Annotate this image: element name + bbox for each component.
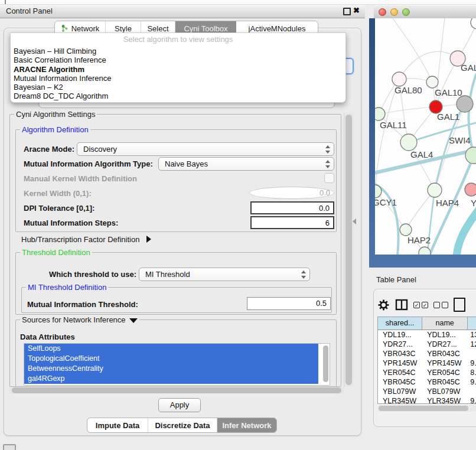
cell: YLR345W	[422, 396, 468, 404]
node-label: GAL10	[435, 87, 462, 97]
manual-kernel-checkbox[interactable]	[324, 173, 334, 183]
cell: 8.	[468, 368, 476, 377]
expand-arrow-icon[interactable]	[146, 236, 151, 243]
dropdown-item[interactable]: Basic Correlation Inference	[14, 56, 343, 64]
kernel-width-value: 0.0	[319, 188, 330, 197]
column-header-shared-name[interactable]: shared...	[378, 317, 422, 330]
list-item[interactable]: TopologicalCoefficient	[24, 354, 318, 364]
gear-icon[interactable]	[377, 299, 390, 311]
dropdown-item[interactable]: Bayesian – Hill Climbing	[14, 47, 343, 56]
zoom-traffic-light-icon[interactable]	[402, 8, 410, 16]
table-row[interactable]: YER054C YER054C 8.	[378, 368, 476, 377]
close-icon[interactable]: ✖	[353, 6, 360, 15]
minimized-panel-icon[interactable]	[3, 444, 16, 450]
minimize-traffic-light-icon[interactable]	[390, 8, 398, 16]
dropdown-item[interactable]: Dream8 DC_TDC Algorithm	[14, 92, 343, 100]
node-salmon[interactable]	[465, 183, 476, 196]
list-item[interactable]: SelfLoops	[24, 344, 318, 354]
node-gal80[interactable]	[392, 72, 406, 86]
tab-discretize-data[interactable]: Discretize Data	[148, 418, 217, 432]
collapse-arrow-icon[interactable]	[129, 318, 138, 323]
split-panel-icon[interactable]	[395, 299, 408, 311]
manual-kernel-label: Manual Kernel Width Definition	[24, 174, 137, 183]
hub-definition-label: Hub/Transcription Factor Definition	[21, 235, 139, 244]
close-traffic-light-icon[interactable]	[379, 8, 386, 16]
unchecked-box-icon	[442, 302, 448, 308]
cell: YBR045C	[378, 377, 422, 387]
list-item[interactable]: gal4RGexp	[24, 374, 318, 384]
mi-threshold-value: 0.5	[316, 299, 327, 308]
hide-columns-icon[interactable]	[433, 302, 448, 308]
table-row[interactable]: YPR145W YPR145W 9.	[378, 358, 476, 368]
which-threshold-combo[interactable]: MI Threshold	[139, 268, 310, 281]
column-header-cut[interactable]	[468, 317, 476, 330]
show-columns-icon[interactable]: ✓ ✓	[413, 302, 428, 308]
sources-title-text: Sources for Network Inference	[22, 315, 126, 324]
kernel-width-input[interactable]: 0.0	[249, 187, 334, 199]
dropdown-item[interactable]: Mutual Information Inference	[14, 74, 343, 83]
table-row[interactable]: YLR345W YLR345W 9.	[378, 396, 476, 404]
tab-style-label: Style	[115, 24, 132, 33]
table-row[interactable]: YBL079W YBL079W	[378, 387, 476, 396]
table-header-row: shared... name	[378, 317, 476, 330]
node-attribute-table[interactable]: shared... name YDL19... YDL19... 13 YDR2…	[377, 317, 476, 404]
node-gal10[interactable]	[426, 76, 438, 88]
cell: YDR27...	[378, 340, 422, 349]
network-view-canvas[interactable]: GAL GAL80 GAL10 GAL1 GAL11 SWI4 GAL4 GCY…	[375, 18, 476, 255]
sources-title: Sources for Network Inference	[20, 315, 139, 324]
node-label: GAL1	[437, 112, 459, 122]
bottom-tabbar: Impute Data Discretize Data Infer Networ…	[87, 418, 277, 433]
document-icon[interactable]	[454, 298, 465, 312]
dropdown-item[interactable]: Bayesian – K2	[14, 83, 343, 92]
table-row[interactable]: YDR27... YDR27... 12	[378, 340, 476, 349]
algorithm-dropdown-popup: Select algorithm to view settings Bayesi…	[10, 32, 346, 103]
dpi-tolerance-label: DPI Tolerance [0,1]:	[24, 204, 94, 213]
tab-impute-data[interactable]: Impute Data	[87, 418, 148, 432]
mi-type-value: Naive Bayes	[165, 159, 208, 168]
tab-infer-network[interactable]: Infer Network	[217, 418, 276, 432]
mi-type-combo[interactable]: Naive Bayes	[158, 157, 334, 171]
mi-steps-input[interactable]: 6	[250, 216, 334, 229]
aracne-mode-combo[interactable]: Discovery	[77, 142, 334, 156]
cell: YER054C	[378, 368, 422, 377]
cell: YLR345W	[378, 396, 422, 404]
cell: 9.	[468, 396, 476, 404]
cell: YBL079W	[422, 387, 468, 396]
table-row[interactable]: YDL19... YDL19... 13	[378, 330, 476, 340]
node-gal4[interactable]	[400, 134, 417, 151]
float-window-icon[interactable]	[343, 8, 351, 15]
table-horizontal-scrollbar-thumb[interactable]	[379, 406, 468, 411]
dropdown-item-selected[interactable]: ARACNE Algorithm	[14, 65, 343, 74]
mi-threshold-input[interactable]: 0.5	[247, 297, 331, 310]
settings-horizontal-scrollbar-thumb[interactable]	[12, 387, 341, 393]
node-label: HAP2	[407, 235, 431, 245]
cell: 13	[468, 330, 476, 340]
list-scrollbar-thumb[interactable]	[323, 345, 328, 382]
table-row[interactable]: YBR043C YBR043C	[378, 349, 476, 358]
node-gal11[interactable]	[375, 107, 385, 120]
node-label: GAL11	[380, 120, 407, 130]
node-hap2[interactable]	[400, 224, 412, 236]
node-swi4[interactable]	[465, 147, 476, 164]
tab-impute-data-label: Impute Data	[96, 421, 139, 430]
panel-splitter-grip[interactable]	[353, 219, 356, 224]
which-threshold-label: Which threshold to use:	[49, 270, 136, 279]
table-horizontal-scrollbar[interactable]	[377, 405, 476, 412]
table-row[interactable]: YBR045C YBR045C 9.	[378, 377, 476, 387]
network-window-titlebar[interactable]	[374, 5, 476, 19]
data-attributes-list[interactable]: SelfLoops TopologicalCoefficient Between…	[24, 343, 330, 386]
node-hap4[interactable]	[428, 183, 442, 197]
cyni-algorithm-settings-title: Cyni Algorithm Settings	[14, 110, 97, 119]
column-header-name[interactable]: name	[422, 317, 468, 330]
node-gray[interactable]	[457, 96, 473, 112]
screen: Control Panel ✖ Network Style Select Cyn…	[0, 0, 476, 450]
list-item[interactable]: BetweennessCentrality	[24, 364, 318, 374]
hub-definition-section[interactable]: Hub/Transcription Factor Definition	[21, 235, 151, 244]
node[interactable]	[471, 18, 476, 29]
kernel-width-label: Kernel Width (0,1):	[24, 189, 92, 198]
checked-box-icon: ✓	[422, 302, 428, 308]
dpi-tolerance-value: 0.0	[319, 204, 330, 213]
apply-button[interactable]: Apply	[158, 398, 201, 412]
settings-vertical-scrollbar-thumb[interactable]	[345, 115, 352, 385]
dpi-tolerance-input[interactable]: 0.0	[250, 201, 334, 214]
